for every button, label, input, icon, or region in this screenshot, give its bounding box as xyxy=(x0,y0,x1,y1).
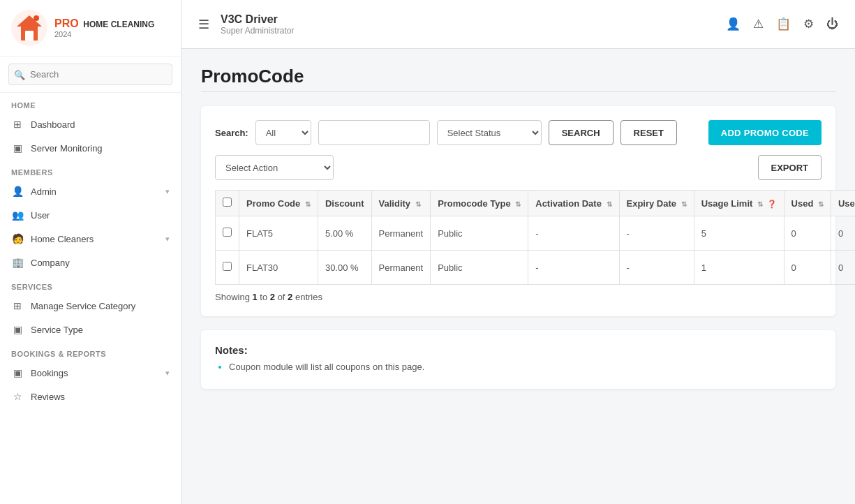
search-button[interactable]: SEARCH xyxy=(549,120,614,145)
showing-text: Showing 1 to 2 of 2 entries xyxy=(215,292,821,302)
cell-discount: 30.00 % xyxy=(318,251,371,285)
status-select[interactable]: Select Status Active Inactive xyxy=(437,120,542,145)
cell-usage-limit: 5 xyxy=(694,216,784,251)
activation-date-sort-icon: ⇅ xyxy=(607,200,612,208)
hamburger-button[interactable]: ☰ xyxy=(198,17,209,32)
col-promo-code: Promo Code ⇅ xyxy=(239,191,318,216)
home-cleaners-arrow-icon: ▾ xyxy=(165,235,170,244)
svg-rect-2 xyxy=(25,31,34,40)
sidebar-item-home-cleaners[interactable]: 🧑 Home Cleaners ▾ xyxy=(0,227,181,251)
sidebar-item-bookings[interactable]: ▣ Bookings ▾ xyxy=(0,361,181,385)
sidebar-item-dashboard[interactable]: ⊞ Dashboard xyxy=(0,112,181,136)
cell-validity: Permanent xyxy=(371,251,431,285)
svg-point-3 xyxy=(34,15,39,21)
nav-section-home: HOME xyxy=(0,93,181,112)
usage-limit-sort-icon: ⇅ xyxy=(757,200,763,208)
bookings-arrow-icon: ▾ xyxy=(165,369,170,378)
sidebar-item-user-label: User xyxy=(31,210,50,221)
sidebar-item-dashboard-label: Dashboard xyxy=(31,119,75,130)
page-content: PromoCode Search: All Select Status Acti… xyxy=(181,49,855,504)
row-checkbox[interactable] xyxy=(223,228,232,237)
search-input[interactable] xyxy=(318,120,430,145)
row-checkbox-cell xyxy=(216,216,239,251)
col-expiry-date: Expiry Date ⇅ xyxy=(619,191,694,216)
sidebar-item-service-type[interactable]: ▣ Service Type xyxy=(0,318,181,341)
header-app-title: V3C Driver xyxy=(221,13,715,26)
sidebar-item-server-monitoring[interactable]: ▣ Server Monitoring xyxy=(0,136,181,160)
action-row: Select Action Delete EXPORT xyxy=(215,155,821,180)
sidebar-item-company-label: Company xyxy=(31,258,70,268)
sidebar-item-admin-label: Admin xyxy=(31,186,57,197)
cell-usage-limit: 1 xyxy=(694,251,784,285)
showing-suffix: entries xyxy=(295,292,322,302)
col-validity: Validity ⇅ xyxy=(371,191,431,216)
search-row: Search: All Select Status Active Inactiv… xyxy=(215,120,821,145)
settings-icon[interactable]: ⚙ xyxy=(803,17,814,31)
reviews-icon: ☆ xyxy=(11,391,24,402)
notes-card: Notes: Coupon module will list all coupo… xyxy=(201,330,835,389)
select-all-checkbox[interactable] xyxy=(223,198,232,207)
col-promocode-type: Promocode Type ⇅ xyxy=(431,191,528,216)
sidebar-item-reviews[interactable]: ☆ Reviews xyxy=(0,385,181,408)
row-checkbox-cell xyxy=(216,251,239,285)
validity-sort-icon: ⇅ xyxy=(415,200,421,208)
nav-section-services: SERVICES xyxy=(0,274,181,294)
page-title: PromoCode xyxy=(201,66,835,87)
col-discount: Discount xyxy=(318,191,371,216)
main-area: ☰ V3C Driver Super Administrator 👤 ⚠ 📋 ⚙… xyxy=(181,0,855,504)
sidebar-item-service-type-label: Service Type xyxy=(31,325,83,335)
col-used-in-schedule-booking: Used In Schedule Booking ❓ xyxy=(831,191,855,216)
sidebar: PRO HOME CLEANING 2024 🔍 HOME ⊞ Dashboar… xyxy=(0,0,181,504)
table-body: FLAT5 5.00 % Permanent Public - - 5 0 0 … xyxy=(216,216,856,285)
search-icon: 🔍 xyxy=(14,69,25,80)
user-icon: 👥 xyxy=(11,209,24,221)
header: ☰ V3C Driver Super Administrator 👤 ⚠ 📋 ⚙… xyxy=(181,0,855,49)
col-checkbox xyxy=(216,191,239,216)
sidebar-search-input[interactable] xyxy=(8,64,172,85)
header-icons: 👤 ⚠ 📋 ⚙ ⏻ xyxy=(726,17,838,31)
search-label: Search: xyxy=(215,128,248,138)
cell-promo-code: FLAT30 xyxy=(239,251,318,285)
export-button[interactable]: EXPORT xyxy=(758,155,821,180)
used-sort-icon: ⇅ xyxy=(818,200,824,208)
page-divider xyxy=(201,91,835,92)
showing-to: 2 xyxy=(270,292,275,302)
logo-text: PRO HOME CLEANING 2024 xyxy=(54,17,154,39)
power-icon[interactable]: ⏻ xyxy=(826,17,838,31)
row-checkbox[interactable] xyxy=(223,262,232,271)
col-used: Used ⇅ xyxy=(784,191,831,216)
server-monitoring-icon: ▣ xyxy=(11,142,24,154)
action-select[interactable]: Select Action Delete xyxy=(215,155,334,180)
sidebar-item-admin[interactable]: 👤 Admin ▾ xyxy=(0,179,181,203)
sidebar-item-bookings-label: Bookings xyxy=(31,368,68,378)
add-promo-code-button[interactable]: ADD PROMO CODE xyxy=(708,120,821,145)
sidebar-item-company[interactable]: 🏢 Company xyxy=(0,251,181,274)
cell-promocode-type: Public xyxy=(431,251,528,285)
cell-discount: 5.00 % xyxy=(318,216,371,251)
alert-icon[interactable]: ⚠ xyxy=(753,17,764,31)
sidebar-item-user[interactable]: 👥 User xyxy=(0,203,181,227)
admin-arrow-icon: ▾ xyxy=(165,187,170,196)
sidebar-item-manage-service-category[interactable]: ⊞ Manage Service Category xyxy=(0,294,181,318)
sidebar-item-home-cleaners-label: Home Cleaners xyxy=(31,234,94,244)
promo-code-sort-icon: ⇅ xyxy=(305,200,311,208)
promocode-type-sort-icon: ⇅ xyxy=(515,200,521,208)
search-type-select[interactable]: All xyxy=(255,120,311,145)
reset-button[interactable]: RESET xyxy=(620,120,677,145)
cell-validity: Permanent xyxy=(371,216,431,251)
notes-icon[interactable]: 📋 xyxy=(776,17,791,31)
user-profile-icon[interactable]: 👤 xyxy=(726,17,741,31)
notes-list: Coupon module will list all coupons on t… xyxy=(215,362,821,372)
cell-activation-date: - xyxy=(528,251,619,285)
admin-icon: 👤 xyxy=(11,186,24,197)
nav-section-bookings: BOOKINGS & REPORTS xyxy=(0,341,181,361)
header-subtitle: Super Administrator xyxy=(221,26,715,36)
cell-promo-code: FLAT5 xyxy=(239,216,318,251)
manage-service-icon: ⊞ xyxy=(11,300,24,311)
logo-pro: PRO xyxy=(54,17,79,29)
showing-from: 1 xyxy=(252,292,257,302)
logo-year: 2024 xyxy=(54,30,154,39)
promo-code-card: Search: All Select Status Active Inactiv… xyxy=(201,106,835,316)
table-row: FLAT5 5.00 % Permanent Public - - 5 0 0 … xyxy=(216,216,856,251)
cell-expiry-date: - xyxy=(619,216,694,251)
